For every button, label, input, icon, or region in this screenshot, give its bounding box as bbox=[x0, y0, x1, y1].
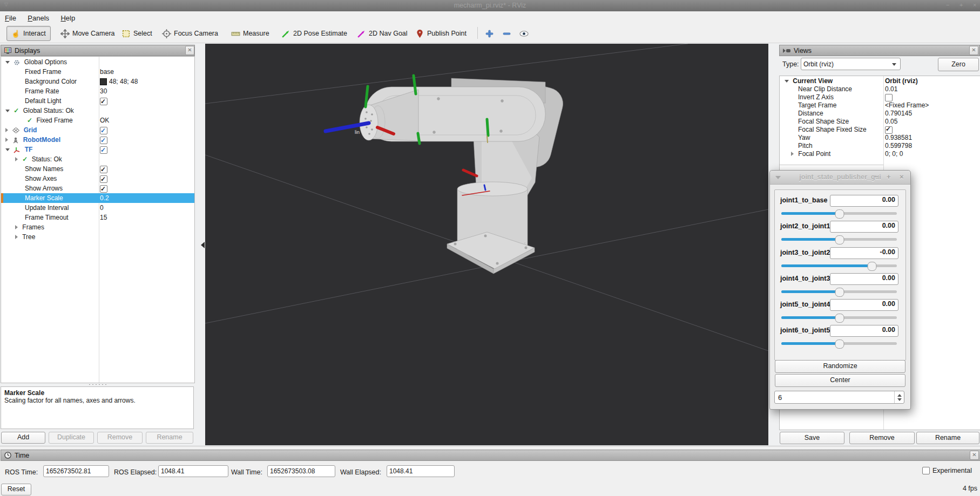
rate-spinbox[interactable]: 6 bbox=[774, 391, 904, 404]
expander-closed-icon[interactable] bbox=[5, 138, 8, 142]
add-display-button[interactable]: Add bbox=[1, 432, 45, 444]
slider-handle[interactable] bbox=[835, 314, 844, 323]
expander-closed-icon[interactable] bbox=[15, 157, 18, 161]
slider-handle[interactable] bbox=[835, 209, 844, 219]
reset-button[interactable]: Reset bbox=[1, 484, 31, 495]
maximize-icon[interactable]: + bbox=[959, 2, 963, 8]
joint-value-field[interactable]: 0.00 bbox=[830, 221, 898, 233]
row-focal-shape-fixed[interactable]: Focal Shape Fixed Size bbox=[780, 126, 980, 134]
row-pitch[interactable]: Pitch 0.599798 bbox=[780, 142, 980, 150]
row-frame-timeout[interactable]: Frame Timeout 15 bbox=[1, 213, 194, 222]
row-frames[interactable]: Frames bbox=[1, 222, 194, 232]
tool-properties-button[interactable] bbox=[517, 26, 531, 41]
expander-open-icon[interactable] bbox=[785, 80, 789, 83]
close-icon[interactable]: × bbox=[973, 2, 976, 8]
focus-camera-tool-button[interactable]: Focus Camera bbox=[157, 26, 223, 41]
splitter-handle[interactable] bbox=[88, 383, 106, 386]
joint-slider[interactable] bbox=[781, 235, 897, 243]
pose-estimate-tool-button[interactable]: 2D Pose Estimate bbox=[276, 26, 352, 41]
menu-file[interactable]: File bbox=[0, 13, 21, 23]
checkbox-checked[interactable] bbox=[100, 166, 107, 173]
menu-help[interactable]: Help bbox=[56, 13, 80, 23]
panel-collapse-handle[interactable] bbox=[200, 239, 205, 252]
nav-goal-tool-button[interactable]: 2D Nav Goal bbox=[352, 26, 413, 41]
row-background-color[interactable]: Background Color 48; 48; 48 bbox=[1, 77, 194, 86]
expander-open-icon[interactable] bbox=[5, 61, 10, 64]
checkbox-checked[interactable] bbox=[100, 98, 107, 105]
expander-closed-icon[interactable] bbox=[5, 128, 8, 132]
row-current-view[interactable]: Current View Orbit (rviz) bbox=[780, 77, 980, 85]
row-global-status[interactable]: ✓ Global Status: Ok bbox=[1, 106, 194, 115]
checkbox-checked[interactable] bbox=[100, 175, 107, 183]
row-default-light[interactable]: Default Light bbox=[1, 96, 194, 106]
expander-closed-icon[interactable] bbox=[15, 225, 18, 229]
time-panel-header[interactable]: Time bbox=[1, 450, 980, 461]
center-button[interactable]: Center bbox=[775, 374, 905, 387]
menu-panels[interactable]: Panels bbox=[23, 13, 54, 23]
joint-window-titlebar[interactable]: joint_state_publisher_gui − + × bbox=[770, 171, 910, 185]
publish-point-tool-button[interactable]: Publish Point bbox=[410, 26, 471, 41]
row-show-axes[interactable]: Show Axes bbox=[1, 174, 194, 184]
move-camera-tool-button[interactable]: Move Camera bbox=[56, 26, 120, 41]
ros-elapsed-field[interactable]: 1048.41 bbox=[158, 465, 228, 477]
joint-value-field[interactable]: -0.00 bbox=[830, 247, 898, 259]
time-close-icon[interactable]: ✕ bbox=[970, 451, 979, 460]
spinbox-arrows[interactable] bbox=[894, 391, 904, 403]
views-panel-header[interactable]: Views bbox=[779, 45, 980, 56]
checkbox-checked[interactable] bbox=[885, 126, 893, 134]
slider-handle[interactable] bbox=[867, 262, 876, 271]
row-global-options[interactable]: Global Options bbox=[1, 57, 194, 67]
displays-panel-header[interactable]: Displays bbox=[1, 45, 195, 56]
row-show-arrows[interactable]: Show Arrows bbox=[1, 184, 194, 193]
row-fixed-frame[interactable]: Fixed Frame base bbox=[1, 67, 194, 77]
joint-value-field[interactable]: 0.00 bbox=[830, 195, 898, 207]
remove-view-button[interactable]: Remove bbox=[849, 432, 915, 444]
select-tool-button[interactable]: Select bbox=[117, 26, 157, 41]
row-target-frame[interactable]: Target Frame <Fixed Frame> bbox=[780, 101, 980, 110]
row-robotmodel-display[interactable]: RobotModel bbox=[1, 135, 194, 145]
expander-open-icon[interactable] bbox=[5, 148, 10, 151]
ros-time-field[interactable]: 1652673502.81 bbox=[43, 465, 109, 477]
checkbox-checked[interactable] bbox=[100, 137, 107, 144]
row-distance[interactable]: Distance 0.790145 bbox=[780, 110, 980, 118]
expander-closed-icon[interactable] bbox=[15, 235, 18, 239]
row-focal-shape-size[interactable]: Focal Shape Size 0.05 bbox=[780, 118, 980, 126]
3d-viewport[interactable]: lin bbox=[205, 44, 768, 445]
remove-tool-button[interactable] bbox=[499, 26, 514, 41]
row-invert-z[interactable]: Invert Z Axis bbox=[780, 93, 980, 101]
row-frame-rate[interactable]: Frame Rate 30 bbox=[1, 86, 194, 96]
add-tool-button[interactable] bbox=[482, 26, 497, 41]
joint-slider[interactable] bbox=[781, 339, 897, 348]
row-tree[interactable]: Tree bbox=[1, 232, 194, 242]
wall-elapsed-field[interactable]: 1048.41 bbox=[387, 465, 455, 477]
save-view-button[interactable]: Save bbox=[780, 432, 844, 444]
maximize-icon[interactable]: + bbox=[887, 171, 891, 184]
row-grid-display[interactable]: Grid bbox=[1, 125, 194, 135]
joint-value-field[interactable]: 0.00 bbox=[830, 273, 898, 285]
displays-close-icon[interactable]: ✕ bbox=[185, 46, 194, 55]
slider-handle[interactable] bbox=[835, 288, 844, 297]
spin-up-icon[interactable] bbox=[897, 394, 902, 397]
wall-time-field[interactable]: 1652673503.08 bbox=[267, 465, 335, 477]
joint-slider[interactable] bbox=[781, 288, 897, 296]
views-close-icon[interactable]: ✕ bbox=[969, 46, 978, 55]
expander-open-icon[interactable] bbox=[5, 110, 10, 112]
joint-state-publisher-window[interactable]: joint_state_publisher_gui − + × joint1_t… bbox=[769, 170, 911, 410]
view-type-combobox[interactable]: Orbit (rviz) bbox=[801, 58, 901, 70]
interact-tool-button[interactable]: ☝ Interact bbox=[6, 26, 51, 41]
row-marker-scale-selected[interactable]: Marker Scale 0.2 bbox=[1, 193, 194, 203]
close-icon[interactable]: × bbox=[900, 171, 904, 184]
window-shade-icon[interactable] bbox=[775, 176, 781, 179]
checkbox-checked[interactable] bbox=[100, 127, 107, 134]
joint-value-field[interactable]: 0.00 bbox=[830, 299, 898, 311]
spin-down-icon[interactable] bbox=[897, 398, 902, 401]
experimental-checkbox[interactable] bbox=[922, 467, 930, 474]
row-yaw[interactable]: Yaw 0.938581 bbox=[780, 134, 980, 142]
joint-value-field[interactable]: 0.00 bbox=[830, 325, 898, 337]
row-update-interval[interactable]: Update Interval 0 bbox=[1, 203, 194, 213]
minimize-icon[interactable]: − bbox=[874, 171, 878, 184]
row-near-clip[interactable]: Near Clip Distance 0.01 bbox=[780, 85, 980, 93]
row-fixed-frame-status[interactable]: ✓ Fixed Frame OK bbox=[1, 115, 194, 125]
checkbox-unchecked[interactable] bbox=[885, 94, 893, 101]
row-focal-point[interactable]: Focal Point 0; 0; 0 bbox=[780, 150, 980, 158]
